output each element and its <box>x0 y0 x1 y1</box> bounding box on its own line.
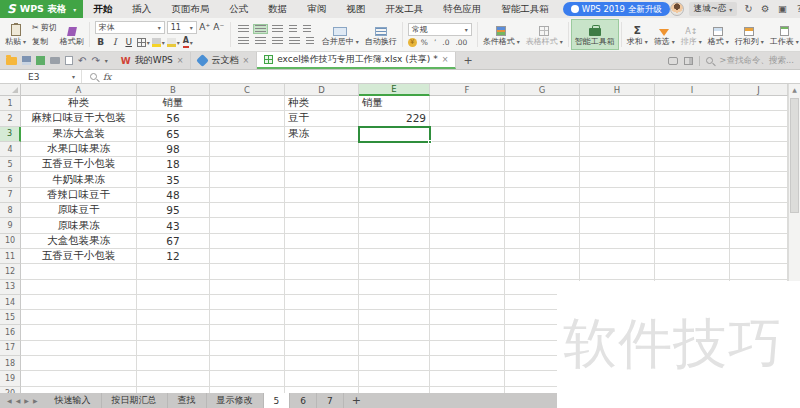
cell-C3[interactable] <box>210 127 285 142</box>
cell-I11[interactable] <box>655 249 730 264</box>
cell-A20[interactable] <box>21 387 137 393</box>
table-style-button[interactable]: 表格样式▾ <box>523 19 566 50</box>
cell-G11[interactable] <box>505 249 580 264</box>
magnifier-icon[interactable] <box>90 73 97 80</box>
wps-logo[interactable]: S WPS 表格 ▾ <box>0 0 83 18</box>
cell-D2[interactable]: 豆干 <box>285 111 359 126</box>
last-sheet-icon[interactable]: ▶ <box>33 397 38 404</box>
wrap-text-button[interactable]: 自动换行 <box>362 19 400 50</box>
cell-E18[interactable] <box>359 356 430 371</box>
format-button[interactable]: 格式▾ <box>705 19 732 50</box>
name-box-caret-icon[interactable]: ▾ <box>72 73 75 80</box>
cell-J1[interactable] <box>730 96 788 111</box>
cell-H9[interactable] <box>580 218 655 233</box>
conditional-format-button[interactable]: 条件格式▾ <box>480 19 523 50</box>
cell-C14[interactable] <box>210 295 285 310</box>
font-color-button[interactable]: A▾ <box>182 36 194 49</box>
skin-icon[interactable]: ▣ <box>776 4 788 14</box>
rows-cols-button[interactable]: 行和列▾ <box>732 19 767 50</box>
cell-H8[interactable] <box>580 203 655 218</box>
layout-switch-icon[interactable] <box>684 57 693 65</box>
cell-G6[interactable] <box>505 172 580 187</box>
cell-C7[interactable] <box>210 188 285 203</box>
cell-H10[interactable] <box>580 234 655 249</box>
menu-tab-数据[interactable]: 数据 <box>258 0 297 18</box>
cell-J2[interactable] <box>730 111 788 126</box>
column-header-A[interactable]: A <box>21 84 137 96</box>
cell-H11[interactable] <box>580 249 655 264</box>
cell-E8[interactable] <box>359 203 430 218</box>
cell-C1[interactable] <box>210 96 285 111</box>
cell-B4[interactable]: 98 <box>137 142 210 157</box>
orientation-button[interactable] <box>304 36 316 46</box>
cell-F18[interactable] <box>430 356 505 371</box>
cell-H2[interactable] <box>580 111 655 126</box>
cell-E5[interactable] <box>359 157 430 172</box>
cell-D17[interactable] <box>285 341 359 356</box>
row-header-12[interactable]: 12 <box>0 264 21 279</box>
filter-button[interactable]: 筛选▾ <box>651 19 678 50</box>
align-left-button[interactable] <box>236 36 251 46</box>
cell-A9[interactable]: 原味果冻 <box>21 218 137 233</box>
cell-G8[interactable] <box>505 203 580 218</box>
cell-A5[interactable]: 五香豆干小包装 <box>21 157 137 172</box>
cell-D3[interactable]: 果冻 <box>285 127 359 142</box>
cell-B1[interactable]: 销量 <box>137 96 210 111</box>
align-bottom-button[interactable] <box>270 24 285 34</box>
column-header-E[interactable]: E <box>359 84 430 96</box>
cell-F17[interactable] <box>430 341 505 356</box>
user-avatar[interactable] <box>670 2 684 16</box>
highlight-color-button[interactable]: ▾ <box>167 36 180 49</box>
doc-tab-cloud-docs[interactable]: 云文档 × <box>191 52 257 69</box>
cell-D12[interactable] <box>285 264 359 279</box>
cell-C15[interactable] <box>210 310 285 325</box>
cell-A13[interactable] <box>21 280 137 295</box>
cell-E9[interactable] <box>359 218 430 233</box>
column-header-D[interactable]: D <box>285 84 359 96</box>
cell-F15[interactable] <box>430 310 505 325</box>
cell-B11[interactable]: 12 <box>137 249 210 264</box>
cell-F20[interactable] <box>430 387 505 393</box>
sheet-tab-显示修改[interactable]: 显示修改 <box>207 393 264 408</box>
column-header-F[interactable]: F <box>430 84 505 96</box>
cell-G3[interactable] <box>505 127 580 142</box>
cell-B6[interactable]: 35 <box>137 172 210 187</box>
output-icon[interactable] <box>36 56 45 65</box>
cell-C13[interactable] <box>210 280 285 295</box>
tab-close-icon[interactable]: × <box>177 56 184 65</box>
align-center-button[interactable] <box>253 36 268 46</box>
cell-I9[interactable] <box>655 218 730 233</box>
cell-C4[interactable] <box>210 142 285 157</box>
cell-I12[interactable] <box>655 264 730 279</box>
quick-access-caret-icon[interactable]: ▾ <box>105 57 108 64</box>
cell-A18[interactable] <box>21 356 137 371</box>
row-header-9[interactable]: 9 <box>0 218 21 233</box>
cell-B15[interactable] <box>137 310 210 325</box>
cell-C16[interactable] <box>210 325 285 340</box>
save-icon[interactable] <box>22 56 31 65</box>
cell-I4[interactable] <box>655 142 730 157</box>
tab-close-icon[interactable]: × <box>442 55 449 64</box>
cell-D10[interactable] <box>285 234 359 249</box>
cell-A11[interactable]: 五香豆干小包装 <box>21 249 137 264</box>
cell-D6[interactable] <box>285 172 359 187</box>
cell-C2[interactable] <box>210 111 285 126</box>
italic-button[interactable]: I <box>109 36 121 49</box>
cell-A16[interactable] <box>21 325 137 340</box>
cell-F4[interactable] <box>430 142 505 157</box>
cell-I6[interactable] <box>655 172 730 187</box>
cell-H5[interactable] <box>580 157 655 172</box>
menu-tab-视图[interactable]: 视图 <box>336 0 375 18</box>
row-header-11[interactable]: 11 <box>0 249 21 264</box>
cell-F1[interactable] <box>430 96 505 111</box>
increase-indent-button[interactable] <box>301 24 313 34</box>
cell-C10[interactable] <box>210 234 285 249</box>
cell-B8[interactable]: 95 <box>137 203 210 218</box>
cell-D13[interactable] <box>285 280 359 295</box>
menu-tab-审阅[interactable]: 审阅 <box>297 0 336 18</box>
cell-E11[interactable] <box>359 249 430 264</box>
new-tab-button[interactable]: + <box>456 52 479 69</box>
column-header-C[interactable]: C <box>210 84 285 96</box>
cell-J3[interactable] <box>730 127 788 142</box>
cell-H7[interactable] <box>580 188 655 203</box>
